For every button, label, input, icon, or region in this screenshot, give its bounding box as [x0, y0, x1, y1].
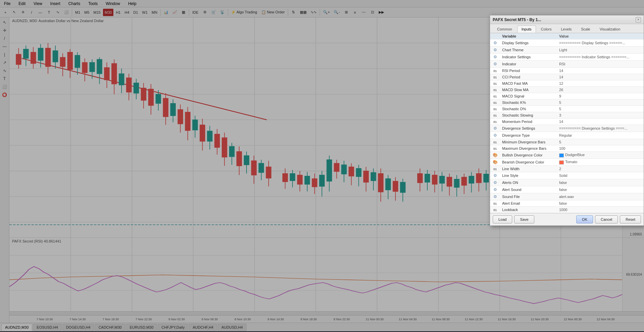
- settings-row-3[interactable]: ⚙IndicatorRSI: [490, 61, 644, 68]
- settings-row-25[interactable]: 01Lookback1000: [490, 207, 644, 213]
- row-icon-19: 01: [490, 166, 500, 172]
- load-btn[interactable]: Load: [493, 215, 512, 223]
- row-icon-7: 01: [490, 87, 500, 93]
- settings-row-7[interactable]: 01MACD Slow MA26: [490, 87, 644, 93]
- settings-row-1[interactable]: ⚙Chart ThemeLight: [490, 47, 644, 54]
- row-value-17[interactable]: DodgerBlue: [557, 152, 644, 159]
- row-variable-12: Momentum Period: [500, 119, 557, 125]
- row-value-18[interactable]: Tomato: [557, 159, 644, 166]
- row-icon-0: ⚙: [490, 40, 500, 47]
- reset-btn[interactable]: Reset: [620, 215, 641, 223]
- row-variable-13: Divergence Settings: [500, 125, 557, 132]
- row-icon-6: 01: [490, 80, 500, 87]
- row-value-25[interactable]: 1000: [557, 207, 644, 213]
- row-value-5[interactable]: 14: [557, 74, 644, 80]
- settings-row-2[interactable]: ⚙Indicator Settings========== Indicator …: [490, 54, 644, 61]
- settings-row-14[interactable]: ⚙Divergence TypeRegular: [490, 132, 644, 139]
- row-value-10[interactable]: 5: [557, 106, 644, 112]
- row-value-3[interactable]: RSI: [557, 61, 644, 68]
- dialog-close-btn[interactable]: ×: [636, 17, 641, 22]
- row-value-9[interactable]: 5: [557, 99, 644, 106]
- row-value-20[interactable]: Solid: [557, 172, 644, 179]
- save-btn[interactable]: Save: [514, 215, 534, 223]
- settings-row-10[interactable]: 01Stochastic D%5: [490, 106, 644, 112]
- settings-body: ⚙Display Settings========== Display Sett…: [490, 40, 644, 213]
- settings-row-21[interactable]: ⚙Alerts ONfalse: [490, 179, 644, 186]
- row-variable-21: Alerts ON: [500, 179, 557, 186]
- row-variable-24: Alert Email: [500, 200, 557, 207]
- dialog-content: Variable Value ⚙Display Settings========…: [490, 33, 644, 213]
- row-variable-2: Indicator Settings: [500, 54, 557, 61]
- settings-row-4[interactable]: 01RSI Period14: [490, 68, 644, 74]
- tab-scale[interactable]: Scale: [577, 25, 595, 33]
- tab-levels[interactable]: Levels: [556, 25, 576, 33]
- settings-row-24[interactable]: 01Alert Emailfalse: [490, 200, 644, 207]
- row-variable-11: Stochastic Slowing: [500, 112, 557, 119]
- settings-row-15[interactable]: 01Minimum Divergence Bars5: [490, 139, 644, 145]
- row-value-14[interactable]: Regular: [557, 132, 644, 139]
- settings-row-5[interactable]: 01CCI Period14: [490, 74, 644, 80]
- settings-row-22[interactable]: ⚙Alert Soundfalse: [490, 186, 644, 193]
- row-icon-11: 01: [490, 112, 500, 119]
- settings-row-17[interactable]: 🎨Bullish Divergence ColorDodgerBlue: [490, 152, 644, 159]
- row-icon-12: 01: [490, 119, 500, 125]
- settings-row-20[interactable]: ⚙Line StyleSolid: [490, 172, 644, 179]
- row-variable-16: Maximum Divergence Bars: [500, 145, 557, 152]
- row-variable-5: CCI Period: [500, 74, 557, 80]
- row-icon-25: 01: [490, 207, 500, 213]
- row-icon-13: ⚙: [490, 125, 500, 132]
- tab-inputs[interactable]: Inputs: [517, 25, 536, 33]
- row-icon-14: ⚙: [490, 132, 500, 139]
- settings-row-11[interactable]: 01Stochastic Slowing3: [490, 112, 644, 119]
- dialog-tabs: Common Inputs Colors Levels Scale Visual…: [490, 24, 644, 33]
- row-icon-4: 01: [490, 68, 500, 74]
- row-value-11[interactable]: 3: [557, 112, 644, 119]
- row-variable-22: Alert Sound: [500, 186, 557, 193]
- row-icon-3: ⚙: [490, 61, 500, 68]
- cancel-btn[interactable]: Cancel: [595, 215, 618, 223]
- dialog-titlebar: PAFX Secret MT5 - By 1... ×: [490, 15, 644, 24]
- row-value-24[interactable]: false: [557, 200, 644, 207]
- row-icon-16: 01: [490, 145, 500, 152]
- row-value-1[interactable]: Light: [557, 47, 644, 54]
- color-swatch-18: [559, 160, 564, 164]
- settings-row-23[interactable]: ⚙Sound Filealert.wav: [490, 193, 644, 200]
- settings-row-6[interactable]: 01MACD Fast MA12: [490, 80, 644, 87]
- row-value-0[interactable]: ========== Display Settings ======...: [557, 40, 644, 47]
- row-icon-2: ⚙: [490, 54, 500, 61]
- row-value-13[interactable]: ========== Divergence Settings ====...: [557, 125, 644, 132]
- settings-row-16[interactable]: 01Maximum Divergence Bars100: [490, 145, 644, 152]
- settings-table: Variable Value ⚙Display Settings========…: [490, 33, 644, 213]
- row-value-23[interactable]: alert.wav: [557, 193, 644, 200]
- settings-row-18[interactable]: 🎨Bearish Divergence ColorTomato: [490, 159, 644, 166]
- settings-row-19[interactable]: 01Line Width2: [490, 166, 644, 172]
- settings-row-8[interactable]: 01MACD Signal9: [490, 93, 644, 99]
- row-value-12[interactable]: 14: [557, 119, 644, 125]
- row-value-6[interactable]: 12: [557, 80, 644, 87]
- dialog-footer: Load Save OK Cancel Reset: [490, 213, 644, 225]
- settings-row-12[interactable]: 01Momentum Period14: [490, 119, 644, 125]
- settings-row-13[interactable]: ⚙Divergence Settings========== Divergenc…: [490, 125, 644, 132]
- row-variable-3: Indicator: [500, 61, 557, 68]
- row-value-2[interactable]: ========== Indicator Settings =======...: [557, 54, 644, 61]
- settings-row-0[interactable]: ⚙Display Settings========== Display Sett…: [490, 40, 644, 47]
- row-value-7[interactable]: 26: [557, 87, 644, 93]
- tab-common[interactable]: Common: [493, 25, 517, 33]
- row-value-16[interactable]: 100: [557, 145, 644, 152]
- row-value-8[interactable]: 9: [557, 93, 644, 99]
- row-value-4[interactable]: 14: [557, 68, 644, 74]
- row-variable-25: Lookback: [500, 207, 557, 213]
- tab-colors[interactable]: Colors: [537, 25, 556, 33]
- tab-visualization[interactable]: Visualization: [595, 25, 625, 33]
- ok-btn[interactable]: OK: [576, 215, 593, 223]
- row-icon-5: 01: [490, 74, 500, 80]
- row-value-15[interactable]: 5: [557, 139, 644, 145]
- row-value-21[interactable]: false: [557, 179, 644, 186]
- row-variable-15: Minimum Divergence Bars: [500, 139, 557, 145]
- row-value-19[interactable]: 2: [557, 166, 644, 172]
- row-value-22[interactable]: false: [557, 186, 644, 193]
- row-variable-7: MACD Slow MA: [500, 87, 557, 93]
- row-variable-8: MACD Signal: [500, 93, 557, 99]
- settings-row-9[interactable]: 01Stochastic K%5: [490, 99, 644, 106]
- row-variable-1: Chart Theme: [500, 47, 557, 54]
